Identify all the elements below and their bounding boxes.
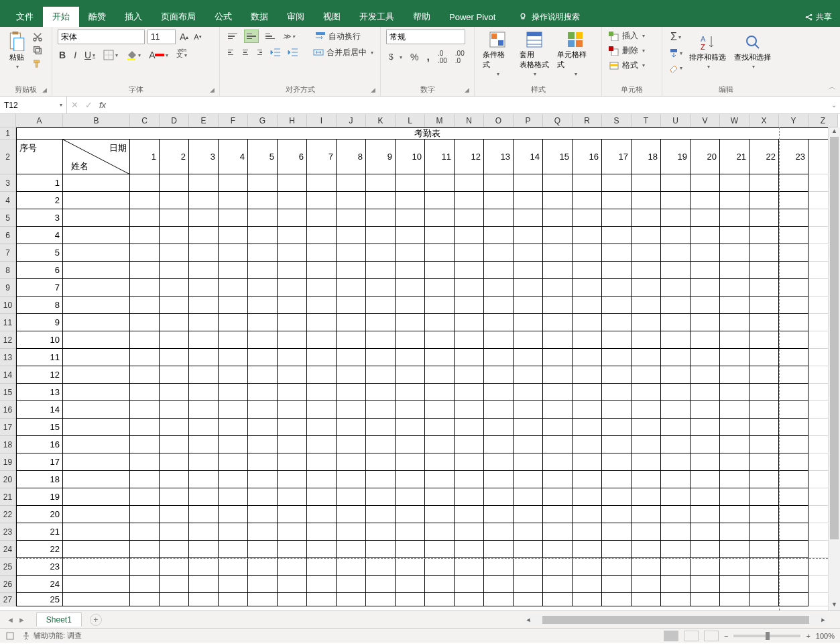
tab-kz[interactable]: 酷赞: [79, 7, 115, 27]
cell[interactable]: [337, 227, 366, 244]
row-header[interactable]: 11: [0, 314, 16, 331]
column-header[interactable]: T: [632, 114, 661, 127]
tab-file[interactable]: 文件: [7, 7, 43, 27]
cell[interactable]: [514, 262, 543, 279]
column-header[interactable]: O: [484, 114, 514, 127]
cell[interactable]: [661, 471, 691, 488]
cell[interactable]: [248, 262, 278, 279]
cut-icon[interactable]: [32, 32, 43, 42]
cell[interactable]: [366, 174, 396, 192]
tab-view[interactable]: 视图: [314, 7, 350, 27]
cell[interactable]: [189, 331, 219, 349]
cell[interactable]: [248, 314, 278, 331]
cell[interactable]: [396, 384, 425, 401]
column-header[interactable]: E: [189, 114, 219, 127]
cell[interactable]: [248, 349, 278, 366]
cell[interactable]: [130, 488, 160, 506]
horizontal-scrollbar[interactable]: ◄ ►: [524, 614, 828, 625]
cell[interactable]: [484, 174, 514, 192]
cell[interactable]: [779, 453, 808, 471]
cell[interactable]: [248, 192, 278, 209]
cell[interactable]: [337, 262, 366, 279]
phonetic-button[interactable]: wén文▾: [175, 49, 188, 61]
cell[interactable]: [543, 401, 573, 419]
cell[interactable]: [661, 401, 691, 419]
cell[interactable]: [278, 262, 307, 279]
column-header[interactable]: G: [248, 114, 278, 127]
cell[interactable]: [278, 192, 307, 209]
cell[interactable]: [661, 384, 691, 401]
cell[interactable]: [543, 349, 573, 366]
cell[interactable]: [425, 244, 455, 262]
cell[interactable]: [278, 471, 307, 488]
cell[interactable]: 5: [248, 140, 278, 174]
fill-color-button[interactable]: ▾: [125, 48, 142, 62]
row-header[interactable]: 27: [0, 593, 16, 606]
delete-cells-button[interactable]: 删除▾: [607, 44, 656, 57]
scroll-up-icon[interactable]: ▲: [829, 127, 840, 137]
cell[interactable]: [425, 558, 455, 576]
cell[interactable]: [248, 384, 278, 401]
cell[interactable]: [396, 349, 425, 366]
cell[interactable]: [189, 488, 219, 506]
sort-filter-button[interactable]: AZ 排序和筛选▾: [686, 32, 729, 71]
cell[interactable]: [455, 558, 484, 576]
cell[interactable]: [543, 419, 573, 436]
cell[interactable]: [720, 488, 749, 506]
cell[interactable]: [720, 541, 749, 558]
cell[interactable]: [573, 523, 602, 541]
cell[interactable]: [278, 541, 307, 558]
cell[interactable]: [455, 279, 484, 297]
cell[interactable]: [219, 262, 248, 279]
align-top-button[interactable]: [225, 30, 240, 43]
cell[interactable]: [543, 384, 573, 401]
cell[interactable]: [63, 506, 130, 523]
paste-button[interactable]: 粘贴 ▾: [5, 30, 28, 71]
cell[interactable]: [425, 349, 455, 366]
cell[interactable]: [602, 593, 632, 606]
cell[interactable]: [661, 541, 691, 558]
cell[interactable]: [514, 523, 543, 541]
cell[interactable]: [337, 297, 366, 314]
cell[interactable]: [337, 488, 366, 506]
cell[interactable]: [366, 541, 396, 558]
cell[interactable]: [189, 384, 219, 401]
cell[interactable]: [720, 419, 749, 436]
cell[interactable]: [189, 471, 219, 488]
cell[interactable]: [749, 174, 779, 192]
cell[interactable]: [278, 488, 307, 506]
cell[interactable]: [543, 471, 573, 488]
tab-data[interactable]: 数据: [241, 7, 278, 27]
cell[interactable]: [573, 366, 602, 384]
cell[interactable]: 21: [720, 140, 749, 174]
cell[interactable]: 21: [16, 523, 63, 541]
cell[interactable]: [337, 593, 366, 606]
cell[interactable]: [691, 593, 720, 606]
number-format-select[interactable]: [386, 30, 465, 44]
cell[interactable]: [160, 244, 189, 262]
cell[interactable]: [455, 419, 484, 436]
cell[interactable]: [278, 331, 307, 349]
cell[interactable]: [278, 244, 307, 262]
cell[interactable]: [455, 314, 484, 331]
column-header[interactable]: X: [749, 114, 779, 127]
cell[interactable]: [779, 541, 808, 558]
cell[interactable]: [278, 384, 307, 401]
cell[interactable]: [661, 523, 691, 541]
shrink-font-button[interactable]: A▾: [192, 32, 202, 42]
indent-button[interactable]: [286, 46, 300, 58]
cell[interactable]: [455, 593, 484, 606]
cell[interactable]: [396, 262, 425, 279]
cell[interactable]: [63, 576, 130, 593]
cell[interactable]: [691, 488, 720, 506]
cell[interactable]: [160, 576, 189, 593]
cell[interactable]: [396, 366, 425, 384]
cell[interactable]: [337, 506, 366, 523]
cell[interactable]: [366, 506, 396, 523]
select-all-button[interactable]: [0, 114, 16, 127]
cell[interactable]: [366, 209, 396, 227]
cell[interactable]: [425, 506, 455, 523]
column-header[interactable]: C: [130, 114, 160, 127]
cell[interactable]: [455, 471, 484, 488]
cell[interactable]: [749, 401, 779, 419]
